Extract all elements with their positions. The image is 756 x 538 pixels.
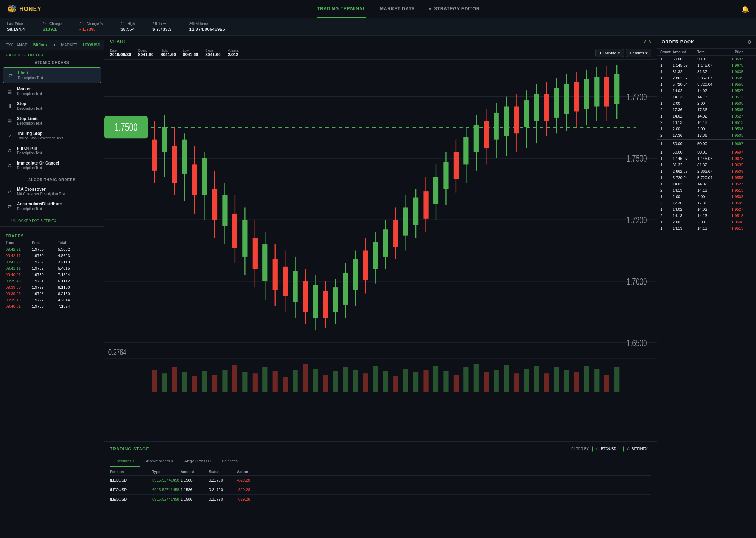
order-item-trailing-stop[interactable]: ↗ Trailing Stop Trailing Stop Descriptio…: [0, 128, 104, 143]
order-item-ma-crossover[interactable]: ⇄ MA Crossover MA Crossover Description …: [0, 184, 104, 199]
ob-row: 1 2.00 2.00 1.9508: [657, 219, 756, 225]
stop-icon: ⏸: [6, 102, 13, 110]
svg-rect-108: [162, 373, 167, 392]
trade-row: 09:39:30 1.9729 8.1100: [0, 284, 104, 291]
tab-atomic-orders[interactable]: Atomic orders 0: [140, 456, 179, 467]
gear-icon[interactable]: ⚙: [747, 39, 752, 45]
ob-row: 1 1,145.07 1,145.07 1.9678: [657, 62, 756, 68]
svg-rect-146: [544, 373, 549, 392]
fill-or-kill-icon: ⊙: [6, 147, 13, 154]
stop-desc: Description Text: [17, 107, 42, 110]
svg-rect-106: [614, 74, 619, 104]
order-item-stop-limit[interactable]: ▤ Stop Limit Description Text: [0, 113, 104, 128]
tab-positions[interactable]: Positions 1: [110, 456, 140, 467]
ob-amount: 81.32: [673, 163, 697, 167]
svg-rect-115: [232, 365, 237, 392]
tab-strategy-label: STRATEGY EDITOR: [434, 6, 480, 11]
tab-balances[interactable]: Balances: [216, 456, 243, 467]
trade-time: 09:39:25: [6, 292, 30, 296]
svg-rect-125: [333, 371, 338, 392]
tab-trading[interactable]: TRADING TERMINAL: [317, 0, 366, 18]
order-item-limit[interactable]: ⇄ Limit Description Text: [3, 67, 101, 83]
svg-rect-90: [534, 94, 539, 121]
ob-amount: 14.02: [673, 89, 697, 93]
svg-rect-117: [253, 373, 258, 392]
bell-icon[interactable]: 🔔: [741, 6, 749, 13]
market-text: Market Description Text: [17, 86, 42, 96]
exchange-dropdown-icon[interactable]: ▾: [54, 43, 55, 47]
ob-count: 1: [660, 70, 673, 74]
ob-total: 14.13: [697, 95, 722, 99]
tab-alego-orders[interactable]: Alego Orders 0: [179, 456, 216, 467]
svg-rect-96: [564, 84, 569, 114]
algo-orders-title: ALGORITHMIC ORDERS: [0, 176, 104, 184]
trade-row: 09:40:01 1.9730 7.1824: [0, 303, 104, 310]
low-label-chart: Low:: [183, 49, 198, 52]
order-item-accumulate[interactable]: ⇄ Accumulate/Distribute Description Text: [0, 199, 104, 214]
trade-total: 8.1100: [58, 285, 83, 289]
market-value[interactable]: LEO/USD: [83, 43, 100, 47]
ob-row: 2 17.36 17.36 1.9505: [657, 200, 756, 206]
svg-rect-136: [443, 371, 448, 392]
ob-top-rows: 1 50.00 50.00 1.9697 1 1,145.07 1,145.07…: [657, 56, 756, 138]
exchange-bar: EXCHANGE Bitfinex ▾ MARKET LEO/USD ▾ Con…: [0, 40, 104, 50]
ob-amount: 17.36: [673, 108, 697, 112]
chart-arrows: ∨ ∧: [643, 38, 651, 44]
exchange-value[interactable]: Bitfinex: [33, 43, 47, 47]
ob-count: 2: [660, 188, 673, 192]
ob-bottom-rows: 1 50.00 50.00 1.9697 1 1,145.07 1,145.07…: [657, 149, 756, 232]
chart-collapse-icon[interactable]: ∨: [643, 38, 646, 44]
tab-strategy[interactable]: ≡ STRATEGY EDITOR: [429, 0, 480, 18]
timeframe-button[interactable]: 10 Minute ▾: [595, 49, 624, 57]
open-value: 8041.60: [138, 52, 153, 57]
svg-rect-94: [554, 88, 559, 118]
pos-action: -829.28: [237, 497, 265, 501]
svg-text:0.2764: 0.2764: [108, 347, 126, 357]
ob-amount: 50.00: [673, 150, 697, 154]
ob-price: 1.9635: [722, 163, 743, 167]
trade-total: 5.3052: [58, 247, 83, 251]
stat-low: 24h Low $ 7,733.3: [152, 22, 171, 32]
ob-count: 1: [660, 195, 673, 199]
svg-rect-66: [413, 198, 418, 225]
chart-canvas[interactable]: 1.7500 1.7700 1.7500 1.7200 1.7000 1.650…: [104, 60, 657, 441]
chart-type-button[interactable]: Candles ▾: [626, 49, 651, 57]
left-panel: EXCHANGE Bitfinex ▾ MARKET LEO/USD ▾ Con…: [0, 36, 104, 538]
order-item-fill-or-kill[interactable]: ⊙ Fill Or Kill Description Text: [0, 143, 104, 158]
ioc-icon: ⊘: [6, 161, 13, 169]
pos-action: -829.28: [237, 488, 265, 492]
svg-rect-153: [614, 367, 619, 392]
ob-div-count: 1: [660, 142, 673, 146]
order-book-rows[interactable]: 1 50.00 50.00 1.9697 1 1,145.07 1,145.07…: [657, 56, 756, 538]
pos-position: tLEOUSD: [110, 497, 152, 501]
filter-btc-button[interactable]: ⬡ BTC/USD: [592, 446, 620, 452]
stop-limit-desc: Description Text: [17, 121, 42, 125]
limit-name: Limit: [18, 71, 43, 76]
trades-col-time: Time: [6, 241, 30, 245]
ob-total: 2.00: [697, 195, 722, 199]
ob-row: 2 17.36 17.36 1.9505: [657, 107, 756, 113]
chart-expand-icon[interactable]: ∧: [648, 38, 651, 44]
ob-count: 1: [660, 220, 673, 224]
fill-or-kill-text: Fill Or Kill Description Text: [17, 146, 42, 155]
ob-col-total: Total: [697, 50, 722, 54]
svg-rect-26: [212, 189, 217, 220]
svg-rect-88: [524, 100, 529, 127]
svg-rect-114: [222, 370, 227, 392]
trade-total: 7.1824: [58, 304, 83, 309]
col-status: Status: [209, 470, 237, 474]
ob-total: 2.00: [697, 127, 722, 131]
stat-volume: 24h Volume 11,374.06646926: [189, 22, 225, 32]
ob-row: 1 5,720.04 5,720.04 1.9555: [657, 174, 756, 181]
ob-price: 1.9509: [722, 169, 743, 173]
trade-row: 09:42:11 1.9730 4.8623: [0, 252, 104, 259]
order-item-stop[interactable]: ⏸ Stop Description Text: [0, 98, 104, 113]
svg-rect-127: [353, 370, 358, 392]
filter-bitfinex-button[interactable]: ⬡ BITFINEX: [623, 446, 651, 452]
order-item-ioc[interactable]: ⊘ Immediate Or Cancel Description Text: [0, 158, 104, 173]
tab-market[interactable]: MARKET DATA: [380, 0, 415, 18]
ob-amount: 14.13: [673, 214, 697, 218]
order-item-market[interactable]: ▤ Market Description Text: [0, 84, 104, 98]
ob-count: 1: [660, 156, 673, 161]
svg-text:1.7000: 1.7000: [627, 276, 647, 287]
